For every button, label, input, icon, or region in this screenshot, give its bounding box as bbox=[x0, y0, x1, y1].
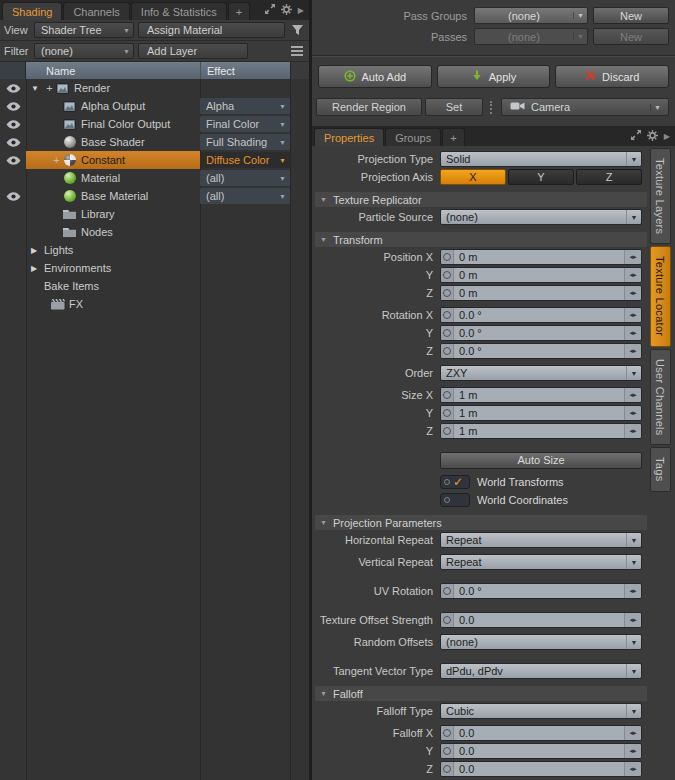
tree-item-name[interactable]: Base Shader bbox=[26, 133, 200, 151]
spinner-arrows-icon[interactable]: ◂▸ bbox=[624, 744, 641, 758]
visibility-eye-icon[interactable] bbox=[0, 97, 26, 115]
assign-material-button[interactable]: Assign Material bbox=[138, 22, 285, 38]
tree-item-name[interactable]: Final Color Output bbox=[26, 115, 200, 133]
dropdown-vertical-repeat[interactable]: Repeat▼ bbox=[440, 554, 642, 570]
number-field-position-x[interactable]: 0 m◂▸ bbox=[440, 249, 642, 265]
tab-properties[interactable]: Properties bbox=[314, 128, 384, 146]
filter-funnel-icon[interactable] bbox=[289, 20, 305, 40]
effect-dropdown-constant[interactable]: Diffuse Color▼ bbox=[200, 152, 290, 168]
tree-item-name[interactable]: FX bbox=[26, 295, 200, 313]
passes-dropdown[interactable]: (none) ▼ bbox=[474, 28, 588, 45]
plus-toggle-icon[interactable]: + bbox=[44, 82, 55, 94]
number-field-z[interactable]: 0.0 °◂▸ bbox=[440, 343, 642, 359]
effect-dropdown-base-material[interactable]: (all)▼ bbox=[200, 188, 290, 204]
number-field-texture-offset-strength[interactable]: 0.0◂▸ bbox=[440, 612, 642, 628]
number-field-rotation-x[interactable]: 0.0 °◂▸ bbox=[440, 307, 642, 323]
tree-item-name[interactable]: Material bbox=[26, 169, 200, 187]
chevron-down-icon[interactable]: ▼ bbox=[626, 533, 641, 547]
number-field-y[interactable]: 0.0 °◂▸ bbox=[440, 325, 642, 341]
number-field-y[interactable]: 1 m◂▸ bbox=[440, 405, 642, 421]
spinner-arrows-icon[interactable]: ◂▸ bbox=[624, 344, 641, 358]
tree-row-constant[interactable]: +ConstantDiffuse Color▼ bbox=[0, 151, 309, 169]
effect-dropdown-alpha-output[interactable]: Alpha▼ bbox=[200, 98, 290, 114]
spinner-arrows-icon[interactable]: ◂▸ bbox=[624, 726, 641, 740]
tree-row-lights[interactable]: ▶Lights bbox=[0, 241, 309, 259]
tree-row-final-color-output[interactable]: Final Color OutputFinal Color▼ bbox=[0, 115, 309, 133]
side-tab-user-channels[interactable]: User Channels bbox=[650, 349, 671, 446]
number-field-z[interactable]: 0.0◂▸ bbox=[440, 761, 642, 777]
axis-x-button[interactable]: X bbox=[440, 169, 506, 185]
dropdown-order[interactable]: ZXY▼ bbox=[440, 365, 642, 381]
tree-row-bake-items[interactable]: Bake Items bbox=[0, 277, 309, 295]
channel-dot-icon[interactable] bbox=[441, 406, 454, 420]
spinner-arrows-icon[interactable]: ◂▸ bbox=[624, 424, 641, 438]
tree-item-name[interactable]: Base Material bbox=[26, 187, 200, 205]
dropdown-horizontal-repeat[interactable]: Repeat▼ bbox=[440, 532, 642, 548]
spinner-arrows-icon[interactable]: ◂▸ bbox=[624, 308, 641, 322]
tree-item-name[interactable]: Alpha Output bbox=[26, 97, 200, 115]
tree-item-name[interactable]: Nodes bbox=[26, 223, 200, 241]
chevron-down-icon[interactable]: ▼ bbox=[626, 635, 641, 649]
tab-add-new[interactable]: + bbox=[442, 128, 464, 146]
checkbox-world-coordinates[interactable]: ✓ bbox=[440, 493, 470, 507]
tree-row-base-material[interactable]: Base Material(all)▼ bbox=[0, 187, 309, 205]
tab-info-statistics[interactable]: Info & Statistics bbox=[131, 2, 227, 20]
spinner-arrows-icon[interactable]: ◂▸ bbox=[624, 584, 641, 598]
number-field-z[interactable]: 1 m◂▸ bbox=[440, 423, 642, 439]
checkbox-world-transforms[interactable]: ✓ bbox=[440, 475, 470, 489]
gear-icon[interactable] bbox=[281, 4, 292, 17]
visibility-eye-icon[interactable] bbox=[0, 115, 26, 133]
number-field-uv-rotation[interactable]: 0.0 °◂▸ bbox=[440, 583, 642, 599]
gear-icon[interactable] bbox=[647, 130, 658, 143]
tree-item-name[interactable]: ▶Environments bbox=[26, 259, 200, 277]
filter-dropdown[interactable]: (none) ▼ bbox=[34, 43, 134, 59]
channel-dot-icon[interactable] bbox=[441, 250, 454, 264]
popout-icon[interactable] bbox=[265, 4, 275, 16]
effect-dropdown-material[interactable]: (all)▼ bbox=[200, 170, 290, 186]
axis-y-button[interactable]: Y bbox=[508, 169, 574, 185]
number-field-size-x[interactable]: 1 m◂▸ bbox=[440, 387, 642, 403]
expand-arrow-icon[interactable]: ▶ bbox=[31, 246, 44, 255]
dropdown-particle-source[interactable]: (none)▼ bbox=[440, 209, 642, 225]
side-tab-texture-locator[interactable]: Texture Locator bbox=[650, 246, 671, 346]
tree-item-name[interactable]: Library bbox=[26, 205, 200, 223]
tree-row-material[interactable]: Material(all)▼ bbox=[0, 169, 309, 187]
channel-dot-icon[interactable] bbox=[441, 744, 454, 758]
number-field-falloff-x[interactable]: 0.0◂▸ bbox=[440, 725, 642, 741]
chevron-down-icon[interactable]: ▼ bbox=[626, 704, 641, 718]
visibility-eye-icon[interactable] bbox=[0, 151, 26, 169]
spinner-arrows-icon[interactable]: ◂▸ bbox=[624, 326, 641, 340]
tree-row-base-shader[interactable]: Base ShaderFull Shading▼ bbox=[0, 133, 309, 151]
tree-row-environments[interactable]: ▶Environments bbox=[0, 259, 309, 277]
render-region-button[interactable]: Render Region bbox=[316, 98, 422, 116]
list-menu-icon[interactable] bbox=[289, 41, 305, 61]
chevron-down-icon[interactable]: ▼ bbox=[626, 210, 641, 224]
visibility-eye-icon[interactable] bbox=[0, 79, 26, 97]
side-tab-texture-layers[interactable]: Texture Layers bbox=[650, 148, 671, 244]
auto-add-button[interactable]: Auto Add bbox=[318, 65, 432, 88]
spinner-arrows-icon[interactable]: ◂▸ bbox=[624, 268, 641, 282]
tree-row-nodes[interactable]: Nodes bbox=[0, 223, 309, 241]
channel-dot-icon[interactable] bbox=[441, 388, 454, 402]
tree-row-fx[interactable]: FX bbox=[0, 295, 309, 313]
tree-item-name[interactable]: ▶Lights bbox=[26, 241, 200, 259]
passes-new-button[interactable]: New bbox=[593, 28, 669, 45]
effect-column-header[interactable]: Effect bbox=[200, 62, 290, 79]
section-texture-replicator[interactable]: ▼Texture Replicator bbox=[315, 192, 647, 207]
add-layer-button[interactable]: Add Layer bbox=[138, 43, 248, 59]
channel-dot-icon[interactable] bbox=[441, 613, 454, 627]
apply-button[interactable]: Apply bbox=[437, 65, 551, 88]
auto-size-button[interactable]: Auto Size bbox=[440, 452, 642, 469]
name-column-header[interactable]: Name bbox=[26, 62, 200, 79]
discard-button[interactable]: Discard bbox=[555, 65, 669, 88]
number-field-y[interactable]: 0 m◂▸ bbox=[440, 267, 642, 283]
section-falloff[interactable]: ▼Falloff bbox=[315, 686, 647, 701]
channel-dot-icon[interactable] bbox=[441, 726, 454, 740]
tree-item-name[interactable]: Bake Items bbox=[26, 277, 200, 295]
tree-row-alpha-output[interactable]: Alpha OutputAlpha▼ bbox=[0, 97, 309, 115]
section-transform[interactable]: ▼Transform bbox=[315, 232, 647, 247]
dropdown-tangent-vector-type[interactable]: dPdu, dPdv▼ bbox=[440, 663, 642, 679]
expand-arrow-icon[interactable]: ▶ bbox=[31, 264, 44, 273]
spinner-arrows-icon[interactable]: ◂▸ bbox=[624, 762, 641, 776]
tab-add-new[interactable]: + bbox=[228, 2, 250, 20]
